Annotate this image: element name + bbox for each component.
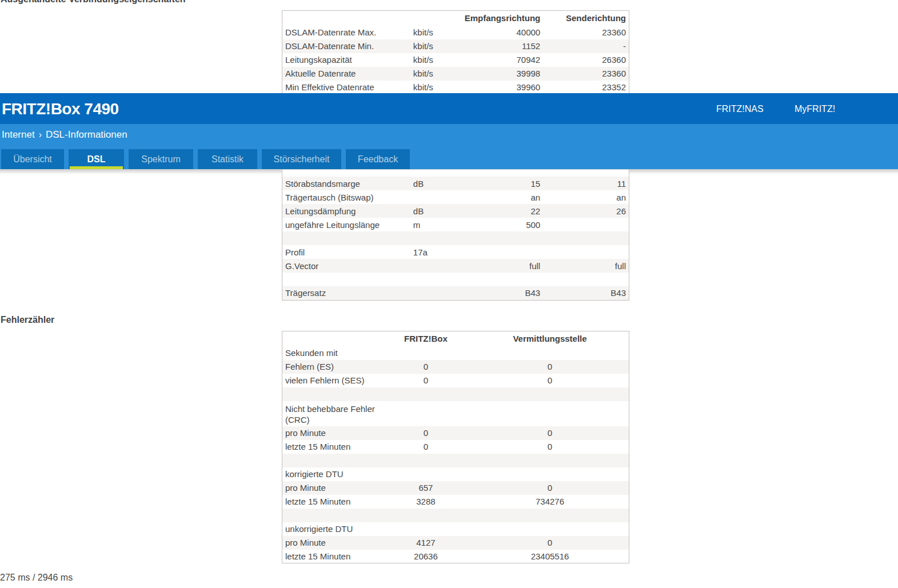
table-row: DSLAM-Datenrate Min.kbit/s1152- <box>282 39 629 53</box>
table-cell: kbit/s <box>410 39 448 53</box>
table-cell <box>471 454 629 467</box>
table-cell: 0 <box>381 374 471 387</box>
breadcrumb: Internet›DSL-Informationen <box>2 129 127 141</box>
tab-spektrum[interactable]: Spektrum <box>129 149 193 169</box>
table-header-cell <box>282 11 410 26</box>
table-cell: 0 <box>381 426 471 440</box>
table-header-cell <box>410 11 448 26</box>
table-cell: 26360 <box>543 53 629 67</box>
table-cell: Min Effektive Datenrate <box>282 81 410 94</box>
table-cell: 70942 <box>448 53 543 67</box>
table-cell: Profil <box>282 245 410 259</box>
table-cell <box>381 509 471 522</box>
tab-feedback[interactable]: Feedback <box>346 149 410 169</box>
tab-uebersicht[interactable]: Übersicht <box>1 149 64 169</box>
table-cell: 22 <box>448 204 543 218</box>
table-cell <box>381 522 471 536</box>
table-row: korrigierte DTU <box>282 467 629 481</box>
table-cell: Nicht behebbare Fehler (CRC) <box>282 401 381 426</box>
table-cell: 39998 <box>448 67 543 81</box>
table-cell: 0 <box>471 374 629 387</box>
table-cell <box>471 509 629 522</box>
table-header-cell: FRITZ!Box <box>381 331 471 346</box>
table-cell: Störabstandsmarge <box>282 177 410 190</box>
table-cell <box>381 454 471 467</box>
table-header-row: Empfangsrichtung Senderichtung <box>282 11 629 26</box>
subheader-band: Internet›DSL-Informationen Übersicht DSL… <box>0 124 898 169</box>
table-cell: letzte 15 Minuten <box>282 495 381 509</box>
table-cell <box>410 231 448 245</box>
table-cell: 0 <box>471 360 629 374</box>
tab-dsl[interactable]: DSL <box>69 149 124 169</box>
table-row: G.Vectorfullfull <box>282 259 629 273</box>
table-cell: kbit/s <box>410 67 448 81</box>
table-row: LeitungsdämpfungdB2226 <box>282 204 629 218</box>
table-cell: pro Minute <box>282 426 381 440</box>
table-cell: G.Vector <box>282 259 410 273</box>
table-cell <box>471 467 629 481</box>
tab-stoersicherheit[interactable]: Störsicherheit <box>262 149 341 169</box>
table-row <box>282 509 629 522</box>
table-cell <box>471 401 629 426</box>
fritznas-link[interactable]: FRITZ!NAS <box>716 93 764 125</box>
table-row <box>282 454 629 467</box>
app-header-bar: FRITZ!Box 7490 FRITZ!NAS MyFRITZ! <box>0 93 898 124</box>
table-cell <box>543 218 629 231</box>
table-cell: Trägersatz <box>282 286 410 300</box>
line-parameters-table: StörabstandsmargedB1511Trägertausch (Bit… <box>282 170 629 301</box>
myfritz-link[interactable]: MyFRITZ! <box>795 93 835 125</box>
table-cell: ungefähre Leitungslänge <box>282 218 410 231</box>
table-cell: dB <box>410 177 448 190</box>
table-row <box>282 273 629 286</box>
table-cell: unkorrigierte DTU <box>282 522 381 536</box>
table-cell: 39960 <box>448 81 543 94</box>
table-row: Fehlern (ES)00 <box>282 360 629 374</box>
table-row: vielen Fehlern (SES)00 <box>282 374 629 387</box>
table-cell: DSLAM-Datenrate Max. <box>282 26 410 39</box>
table-cell: vielen Fehlern (SES) <box>282 374 381 387</box>
table-row: pro Minute00 <box>282 426 629 440</box>
table-cell: Aktuelle Datenrate <box>282 67 410 81</box>
table-row: Leitungskapazitätkbit/s7094226360 <box>282 53 629 67</box>
chevron-right-icon: › <box>39 130 42 139</box>
table-cell <box>448 245 543 259</box>
table-row: letzte 15 Minuten00 <box>282 440 629 454</box>
table-row: unkorrigierte DTU <box>282 522 629 536</box>
tab-statistik[interactable]: Statistik <box>198 149 257 169</box>
table-cell: 0 <box>381 360 471 374</box>
table-row: Aktuelle Datenratekbit/s3999823360 <box>282 67 629 81</box>
table-cell: 23360 <box>543 26 629 39</box>
tab-bar: Übersicht DSL Spektrum Statistik Störsic… <box>1 149 410 169</box>
table-cell: Leitungskapazität <box>282 53 410 67</box>
table-cell: 11 <box>543 177 629 190</box>
table-cell <box>282 509 381 522</box>
table-cell <box>410 190 448 204</box>
app-title: FRITZ!Box 7490 <box>2 93 119 125</box>
table-cell <box>448 273 543 286</box>
table-row <box>282 231 629 245</box>
table-row: StörabstandsmargedB1511 <box>282 177 629 190</box>
table-row <box>282 387 629 401</box>
table-row: Nicht behebbare Fehler (CRC) <box>282 401 629 426</box>
table-cell: 1152 <box>448 39 543 53</box>
table-cell: 26 <box>543 204 629 218</box>
table-cell: 15 <box>448 177 543 190</box>
table-cell: 500 <box>448 218 543 231</box>
table-cell: B43 <box>543 286 629 300</box>
table-cell <box>381 346 471 360</box>
table-cell: an <box>543 190 629 204</box>
table-cell <box>543 273 629 286</box>
table-cell: 23360 <box>543 67 629 81</box>
table-cell <box>282 387 381 401</box>
table-cell: full <box>448 259 543 273</box>
dsl-information-page: { "header": { "brand": "FRITZ!Box 7490",… <box>0 0 898 588</box>
table-cell: Trägertausch (Bitswap) <box>282 190 410 204</box>
table-row: Profil17a <box>282 245 629 259</box>
table-cell: letzte 15 Minuten <box>282 440 381 454</box>
table-cell: 23405516 <box>471 550 629 563</box>
breadcrumb-internet[interactable]: Internet <box>2 129 35 140</box>
table-cell: DSLAM-Datenrate Min. <box>282 39 410 53</box>
table-header-cell: Empfangsrichtung <box>448 11 543 26</box>
table-cell: 3288 <box>381 495 471 509</box>
table-cell <box>282 454 381 467</box>
